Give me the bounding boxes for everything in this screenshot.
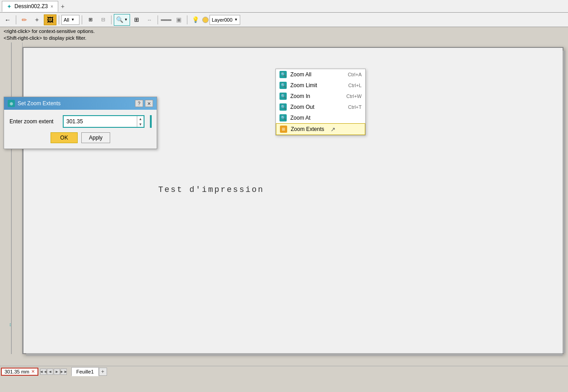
pencil-icon[interactable]: ✏ <box>19 14 30 26</box>
main-layout: <right-click> for context-sensitive opti… <box>0 27 568 377</box>
layer-label: Layer000 <box>212 17 233 23</box>
zoom-button-group[interactable]: 🔍 ▼ <box>114 14 130 26</box>
shadow-right <box>563 51 565 353</box>
zoom-limit-item[interactable]: 🔍 Zoom Limit Ctrl+L <box>276 80 365 91</box>
filter-chevron-icon: ▼ <box>71 18 74 22</box>
canvas-drawing-text: Test d'impression <box>158 185 265 194</box>
separator-5 <box>158 15 158 24</box>
coordinate-close-icon: ✕ <box>31 369 35 374</box>
zoom-extent-input[interactable] <box>64 117 137 126</box>
dialog-title-bar[interactable]: ⊕ Set Zoom Extents ? ✕ <box>4 97 157 110</box>
fill-icon[interactable]: ▣ <box>173 14 185 26</box>
zoom-at-icon: 🔍 <box>279 114 287 121</box>
sheet-tab-1[interactable]: Feuille1 <box>71 367 99 376</box>
dialog-title-left: ⊕ Set Zoom Extents <box>8 100 61 107</box>
dialog-title-text: Set Zoom Extents <box>18 100 61 107</box>
zoom-in-shortcut: Ctrl+W <box>346 93 362 99</box>
toolbar: ← ✏ ✦ 🖼 All ▼ ⊞ ⊟ 🔍 ▼ ⊞ ↔ ═══ ▣ 💡 Layer0… <box>0 13 568 27</box>
tab-close-btn[interactable]: × <box>51 4 53 9</box>
separator-3 <box>82 15 82 24</box>
light-icon[interactable]: 💡 <box>190 14 201 26</box>
hint-line-1: <right-click> for context-sensitive opti… <box>4 28 564 35</box>
zoom-in-icon: 🔍 <box>279 93 287 100</box>
dialog-help-button[interactable]: ? <box>135 100 143 107</box>
sheet-nav-arrows: ◄◄ ◄ ► ►► <box>40 369 67 375</box>
zoom-in-item[interactable]: 🔍 Zoom In Ctrl+W <box>276 91 365 102</box>
eraser-icon[interactable]: ✦ <box>31 14 43 26</box>
zoom-limit-label: Zoom Limit <box>290 82 317 89</box>
title-bar: ✦ Dessin002.Z3 × + <box>0 0 568 13</box>
zoom-extent-row: Enter zoom extent ▲ ▼ <box>9 115 151 128</box>
nav-next-button[interactable]: ► <box>54 369 60 375</box>
coordinate-display: 301.35 mm ✕ <box>1 368 38 376</box>
shadow-bottom <box>26 353 563 356</box>
pan-icon[interactable]: ⊞ <box>131 14 143 26</box>
dialog-body: Enter zoom extent ▲ ▼ OK Apply <box>4 110 157 149</box>
spinner-down-button[interactable]: ▼ <box>137 121 144 127</box>
line-style-icon[interactable]: ═══ <box>160 14 172 26</box>
zoom-out-label: Zoom Out <box>290 104 314 110</box>
spinner-up-button[interactable]: ▲ <box>137 116 144 121</box>
nav-prev-button[interactable]: ◄ <box>47 369 53 375</box>
separator-1 <box>16 15 16 24</box>
zoom-extent-extra-box <box>150 115 152 128</box>
zoom-limit-icon: 🔍 <box>279 82 287 89</box>
layer-chevron-icon: ▼ <box>234 18 238 22</box>
zoom-extents-icon: ⊞ <box>280 126 287 133</box>
separator-2 <box>59 15 59 24</box>
nav-last-button[interactable]: ►► <box>61 369 67 375</box>
cursor-y-indicator: ↕ <box>9 322 12 327</box>
separator-4 <box>111 15 112 24</box>
cursor-pointer-icon: ↗ <box>331 126 335 133</box>
coordinate-value: 301.35 mm <box>5 369 29 374</box>
tab-icon: ✦ <box>7 3 12 10</box>
zoom-extent-label: Enter zoom extent <box>9 118 59 125</box>
layer-dropdown[interactable]: Layer000 ▼ <box>210 15 240 25</box>
new-tab-button[interactable]: + <box>58 2 67 11</box>
zoom-out-item[interactable]: 🔍 Zoom Out Ctrl+T <box>276 102 365 112</box>
zoom-extent-input-wrap[interactable]: ▲ ▼ <box>63 115 144 128</box>
canvas-wrapper: ↕ Test d'impression ⊕ Set Zoom Extents ?… <box>0 42 568 377</box>
zoom-icon: 🔍 <box>116 16 123 23</box>
ok-button[interactable]: OK <box>51 132 78 143</box>
dialog-close-button[interactable]: ✕ <box>145 100 153 107</box>
tab-label: Dessin002.Z3 <box>14 3 48 9</box>
zoom-in-label: Zoom In <box>290 93 310 99</box>
zoom-at-label: Zoom At <box>290 115 311 121</box>
axis-line <box>11 42 11 354</box>
sheet-tabs: Feuille1 <box>71 367 99 376</box>
snap-icon[interactable]: ⊞ <box>84 14 96 26</box>
zoom-out-icon: 🔍 <box>279 103 287 111</box>
left-ruler: ↕ <box>0 42 23 354</box>
zoom-extent-spinner[interactable]: ▲ ▼ <box>137 116 144 127</box>
zoom-limit-shortcut: Ctrl+L <box>348 83 362 88</box>
hint-line-2: <Shift-right-click> to display pick filt… <box>4 35 564 42</box>
filter-label: All <box>64 17 69 23</box>
zoom-extents-label: Zoom Extents <box>291 126 324 132</box>
separator-6 <box>187 15 187 24</box>
file-tab[interactable]: ✦ Dessin002.Z3 × <box>2 1 58 12</box>
zoom-chevron-icon: ▼ <box>124 18 128 22</box>
zoom-all-item[interactable]: 🔍 Zoom All Ctrl+A <box>276 69 365 80</box>
zoom-at-item[interactable]: 🔍 Zoom At <box>276 112 365 123</box>
dialog-title-buttons: ? ✕ <box>135 100 153 107</box>
zoom-dropdown-menu: 🔍 Zoom All Ctrl+A 🔍 Zoom Limit Ctrl+L 🔍 … <box>275 69 366 135</box>
apply-button[interactable]: Apply <box>81 132 110 143</box>
layer-visibility-icon[interactable] <box>202 17 209 23</box>
zoom-out-shortcut: Ctrl+T <box>348 104 362 110</box>
view-icon[interactable]: ↔ <box>144 14 155 26</box>
filter-dropdown[interactable]: All ▼ <box>61 15 79 25</box>
back-button[interactable]: ← <box>2 14 14 26</box>
zoom-extents-item[interactable]: ⊞ Zoom Extents ↗ <box>276 123 365 135</box>
status-bar: 301.35 mm ✕ ◄◄ ◄ ► ►► Feuille1 + <box>0 366 568 377</box>
zoom-all-icon: 🔍 <box>279 71 287 78</box>
hint-area: <right-click> for context-sensitive opti… <box>0 27 568 42</box>
nav-first-button[interactable]: ◄◄ <box>40 369 47 375</box>
grid-icon[interactable]: ⊟ <box>97 14 109 26</box>
zoom-all-label: Zoom All <box>290 71 312 78</box>
dialog-buttons: OK Apply <box>9 132 151 143</box>
set-zoom-extents-dialog: ⊕ Set Zoom Extents ? ✕ Enter zoom extent… <box>4 97 157 149</box>
image-icon[interactable]: 🖼 <box>44 14 56 25</box>
add-sheet-button[interactable]: + <box>99 368 107 376</box>
dialog-icon: ⊕ <box>8 100 15 107</box>
